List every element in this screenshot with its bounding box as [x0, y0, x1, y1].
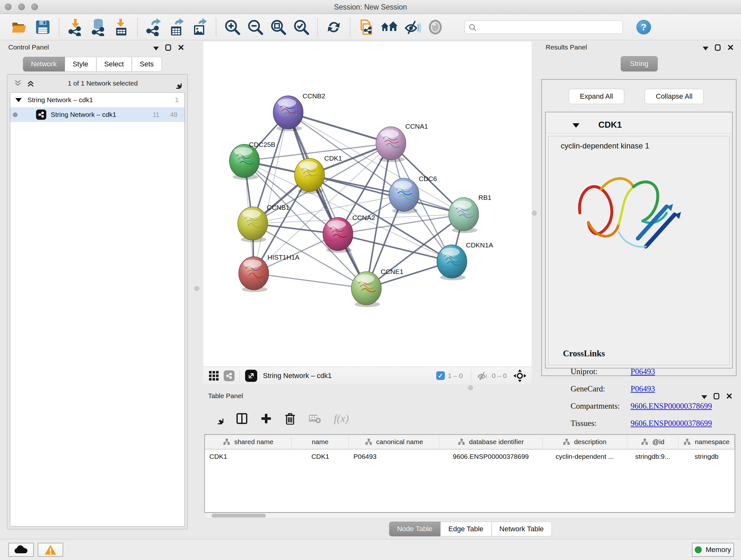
export-table-icon[interactable]	[167, 18, 186, 37]
tab-select[interactable]: Select	[96, 57, 132, 71]
column-header--id[interactable]: @id	[627, 435, 679, 449]
network-node-CDC25B[interactable]	[229, 144, 259, 180]
selected-indicator-checkbox[interactable]: ✓	[436, 371, 445, 380]
table-cell: CDK1	[205, 449, 292, 463]
tab-edge-table[interactable]: Edge Table	[441, 522, 491, 537]
table-panel-collapse-icon[interactable]	[701, 395, 707, 399]
import-network-from-database-icon[interactable]	[89, 18, 108, 37]
results-panel-close-icon[interactable]: ✕	[727, 44, 734, 51]
tab-network-table[interactable]: Network Table	[491, 522, 552, 537]
zoom-in-icon[interactable]	[223, 18, 242, 37]
save-session-icon[interactable]	[33, 18, 52, 37]
table-toolbar: f(x)	[204, 408, 349, 429]
current-network-name: String Network – cdk1	[263, 372, 332, 380]
toolbar-separator	[59, 18, 59, 36]
help-icon[interactable]: ?	[636, 20, 651, 35]
gene-header-row[interactable]: CDK1	[546, 118, 732, 133]
control-panel-collapse-icon[interactable]	[153, 47, 159, 51]
birds-eye-view-icon[interactable]	[208, 370, 219, 381]
hide-selected-icon[interactable]	[403, 18, 421, 37]
hidden-indicator-eye-icon[interactable]	[476, 371, 488, 381]
left-splitter-handle[interactable]	[194, 286, 199, 291]
results-panel-collapse-icon[interactable]	[703, 47, 709, 51]
network-row[interactable]: String Network – cdk1 11 48	[10, 107, 185, 122]
string-view-icon[interactable]	[224, 370, 234, 381]
tab-sets[interactable]: Sets	[132, 57, 162, 71]
open-session-icon[interactable]	[10, 18, 29, 37]
collection-expand-icon[interactable]	[15, 98, 22, 102]
network-node-RB1[interactable]	[449, 198, 479, 233]
open-in-browser-icon[interactable]	[245, 370, 257, 382]
control-panel-close-icon[interactable]: ✕	[178, 44, 185, 51]
show-columns-icon[interactable]	[236, 413, 248, 424]
network-edge-CCNB2-CCNE1[interactable]	[288, 112, 366, 288]
table-horizontal-scrollbar[interactable]	[204, 513, 735, 518]
gene-collapse-icon[interactable]	[572, 123, 580, 128]
network-node-HIST1H1A[interactable]	[239, 257, 269, 292]
export-image-icon[interactable]	[191, 18, 209, 37]
collapse-all-networks-icon[interactable]	[14, 79, 22, 87]
network-node-CCNB1[interactable]	[238, 207, 268, 242]
tab-string[interactable]: String	[621, 56, 658, 71]
column-header-name[interactable]: name	[292, 435, 349, 449]
expand-all-button[interactable]: Expand All	[569, 89, 624, 104]
memory-button[interactable]: Memory	[692, 543, 734, 557]
column-header-canonical-name[interactable]: canonical name	[349, 435, 439, 449]
collapse-all-button[interactable]: Collapse All	[645, 89, 704, 104]
results-panel-title: Results Panel	[546, 44, 587, 51]
delete-column-icon[interactable]	[285, 413, 295, 425]
create-column-icon[interactable]	[260, 413, 272, 424]
table-panel-float-icon[interactable]	[714, 393, 719, 399]
table-panel-close-icon[interactable]: ✕	[726, 393, 733, 400]
refresh-view-icon[interactable]	[325, 18, 343, 37]
zoom-out-icon[interactable]	[246, 18, 265, 37]
show-all-icon[interactable]	[426, 18, 445, 37]
import-network-from-file-icon[interactable]	[66, 18, 84, 37]
network-node-CCNE1[interactable]	[351, 272, 381, 307]
results-panel-float-icon[interactable]	[715, 44, 721, 51]
first-neighbors-icon[interactable]	[380, 18, 399, 37]
cloud-status-button[interactable]	[8, 543, 34, 557]
column-header-namespace[interactable]: namespace	[678, 435, 735, 449]
network-canvas[interactable]: CCNB2CCNA1CDC25BCDK1CDC6RB1CCNB1CCNA2CDK…	[203, 42, 532, 367]
network-node-CDC6[interactable]	[389, 178, 419, 213]
network-node-CDKN1A[interactable]	[437, 245, 467, 280]
tab-node-table[interactable]: Node Table	[389, 522, 441, 537]
search-input[interactable]	[465, 20, 623, 34]
network-edge-CCNB2-CCNA1[interactable]	[288, 112, 391, 143]
control-panel-float-icon[interactable]	[165, 44, 171, 51]
fit-selected-crosshair-icon[interactable]	[513, 369, 527, 382]
table-cell: CDK1	[292, 449, 349, 463]
tab-style[interactable]: Style	[65, 57, 96, 71]
network-selection-summary: 1 of 1 Network selected	[35, 79, 171, 87]
export-network-icon[interactable]	[145, 18, 163, 37]
table-options-gear-icon[interactable]	[212, 413, 223, 424]
expand-all-networks-icon[interactable]	[26, 79, 35, 87]
network-edge-CCNB2-HIST1H1A[interactable]	[254, 112, 288, 273]
node-label-CCNB1: CCNB1	[267, 204, 289, 211]
network-label: String Network – cdk1	[51, 111, 116, 118]
scrollbar-thumb[interactable]	[212, 514, 266, 517]
network-edge-CCNE1-HIST1H1A[interactable]	[254, 273, 366, 288]
toolbar-separator	[317, 18, 318, 36]
network-node-CCNA1[interactable]	[376, 127, 406, 162]
zoom-fit-content-icon[interactable]	[269, 18, 287, 37]
network-options-gear-icon[interactable]	[171, 78, 182, 89]
results-panel: Results Panel ✕ String Expand All Collap…	[540, 42, 738, 380]
tab-network[interactable]: Network	[23, 57, 65, 71]
warnings-button[interactable]	[38, 543, 63, 557]
column-header-database-identifier[interactable]: database identifier	[439, 435, 542, 449]
control-panel-tabs: Network Style Select Sets	[23, 57, 162, 71]
network-node-CCNB2[interactable]	[273, 96, 303, 131]
clone-network-icon[interactable]	[357, 18, 376, 37]
column-header-description[interactable]: description	[542, 435, 627, 449]
table-row[interactable]: CDK1CDK1P064939606.ENSP00000378699cyclin…	[205, 449, 735, 463]
right-splitter-handle[interactable]	[532, 211, 537, 215]
crosslink-link[interactable]: P06493	[630, 367, 655, 376]
import-table-from-file-icon[interactable]	[112, 18, 131, 37]
column-header-shared-name[interactable]: shared name	[205, 435, 292, 449]
control-panel: Control Panel ✕ Network Style Select Set…	[3, 42, 190, 530]
horizontal-splitter-handle[interactable]	[468, 385, 473, 390]
zoom-selected-region-icon[interactable]	[292, 18, 311, 37]
network-collection-row[interactable]: String Network – cdk1 1	[10, 92, 185, 107]
